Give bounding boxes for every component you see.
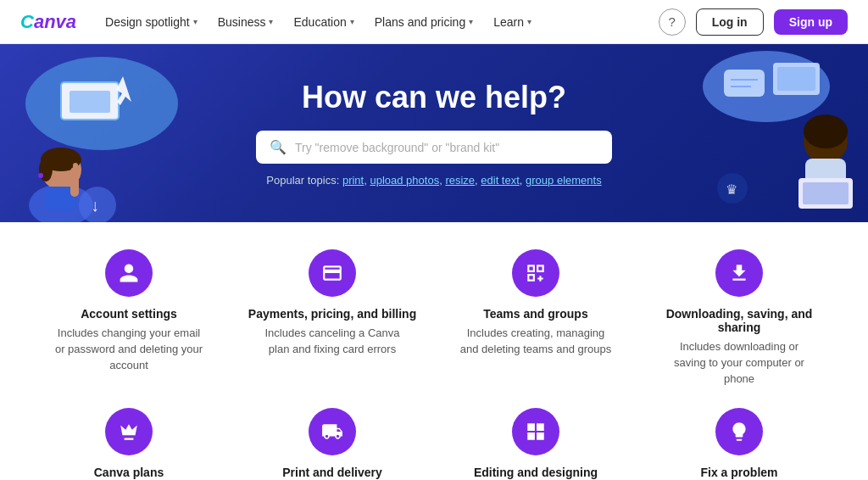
- hero-right-illustration: ♛: [698, 44, 868, 222]
- svg-rect-24: [803, 182, 849, 204]
- signup-button[interactable]: Sign up: [774, 9, 848, 35]
- category-editing[interactable]: Editing and designing Includes images, v…: [441, 408, 631, 480]
- categories-section: Account settings Includes changing your …: [0, 222, 868, 480]
- category-teams[interactable]: Teams and groups Includes creating, mana…: [441, 249, 631, 388]
- popular-link-edit-text[interactable]: edit text: [481, 174, 520, 187]
- svg-text:♛: ♛: [726, 182, 737, 197]
- category-fix-problem[interactable]: Fix a problem Need quick help? Browse fo…: [644, 408, 834, 480]
- header-left: Canva Design spotlight ▾ Business ▾ Educ…: [20, 10, 540, 34]
- popular-link-group[interactable]: group elements: [526, 174, 602, 187]
- hero-content: How can we help? 🔍 Popular topics: print…: [256, 80, 612, 187]
- nav-design-spotlight[interactable]: Design spotlight ▾: [97, 10, 206, 34]
- fix-problem-title: Fix a problem: [700, 466, 777, 479]
- person-icon: [118, 262, 140, 284]
- popular-link-resize[interactable]: resize: [445, 174, 475, 187]
- account-settings-desc: Includes changing your email or password…: [53, 326, 205, 374]
- category-canva-plans[interactable]: Canva plans Includes Canva Pro, Canva fo…: [34, 408, 224, 480]
- svg-rect-15: [724, 70, 765, 97]
- login-button[interactable]: Log in: [696, 8, 764, 36]
- chevron-down-icon: ▾: [350, 17, 354, 26]
- card-icon: [321, 262, 343, 284]
- payments-title: Payments, pricing, and billing: [248, 307, 416, 321]
- bulb-icon: [728, 421, 750, 443]
- teams-icon: [525, 262, 547, 284]
- canva-logo[interactable]: Canva: [20, 11, 76, 33]
- account-settings-icon-wrap: [105, 249, 153, 297]
- nav-business[interactable]: Business ▾: [209, 10, 282, 34]
- categories-grid: Account settings Includes changing your …: [34, 249, 834, 480]
- teams-desc: Includes creating, managing and deleting…: [459, 326, 612, 358]
- editing-title: Editing and designing: [474, 466, 598, 479]
- account-settings-title: Account settings: [81, 307, 177, 321]
- svg-point-11: [38, 173, 43, 178]
- truck-icon: [321, 421, 343, 443]
- nav-education[interactable]: Education ▾: [285, 10, 362, 34]
- svg-text:↓: ↓: [91, 196, 99, 215]
- hero-section: ↓ ♛ How can we help?: [0, 44, 868, 222]
- category-payments[interactable]: Payments, pricing, and billing Includes …: [237, 249, 427, 388]
- crown-icon: [118, 421, 140, 443]
- search-icon: 🔍: [270, 139, 287, 155]
- downloading-desc: Includes downloading or saving to your c…: [663, 339, 815, 388]
- svg-rect-10: [73, 163, 78, 176]
- popular-link-print[interactable]: print: [342, 174, 364, 187]
- category-print-delivery[interactable]: Print and delivery Includes order status…: [237, 408, 427, 480]
- payments-desc: Includes canceling a Canva plan and fixi…: [256, 326, 409, 358]
- svg-point-21: [804, 114, 848, 148]
- print-delivery-title: Print and delivery: [282, 466, 381, 479]
- popular-link-upload[interactable]: upload photos: [370, 174, 439, 187]
- chevron-down-icon: ▾: [269, 17, 273, 26]
- chevron-down-icon: ▾: [527, 17, 531, 26]
- search-input[interactable]: [295, 141, 598, 154]
- downloading-icon-wrap: [715, 249, 763, 297]
- downloading-title: Downloading, saving, and sharing: [644, 307, 834, 334]
- fix-problem-icon-wrap: [715, 408, 763, 455]
- category-downloading[interactable]: Downloading, saving, and sharing Include…: [644, 249, 834, 388]
- editing-icon-wrap: [512, 408, 559, 455]
- grid-icon: [525, 421, 547, 443]
- hero-left-illustration: ↓: [0, 44, 212, 222]
- site-header: Canva Design spotlight ▾ Business ▾ Educ…: [0, 0, 868, 44]
- header-right: ? Log in Sign up: [659, 8, 848, 36]
- main-nav: Design spotlight ▾ Business ▾ Education …: [97, 10, 540, 34]
- svg-rect-19: [777, 67, 815, 91]
- popular-topics: Popular topics: print, upload photos, re…: [256, 174, 612, 187]
- search-bar-container: 🔍: [256, 131, 612, 164]
- nav-learn[interactable]: Learn ▾: [485, 10, 540, 34]
- svg-rect-2: [70, 91, 110, 113]
- print-delivery-icon-wrap: [309, 408, 356, 455]
- teams-title: Teams and groups: [483, 307, 587, 321]
- canva-plans-icon-wrap: [105, 408, 153, 455]
- chevron-down-icon: ▾: [193, 17, 198, 26]
- chevron-down-icon: ▾: [469, 17, 473, 26]
- download-icon: [728, 262, 750, 284]
- hero-title: How can we help?: [256, 80, 612, 115]
- nav-plans-pricing[interactable]: Plans and pricing ▾: [366, 10, 481, 34]
- teams-icon-wrap: [512, 249, 559, 297]
- help-button[interactable]: ?: [659, 8, 686, 36]
- category-account-settings[interactable]: Account settings Includes changing your …: [34, 249, 224, 388]
- canva-plans-title: Canva plans: [94, 466, 164, 479]
- payments-icon-wrap: [309, 249, 356, 297]
